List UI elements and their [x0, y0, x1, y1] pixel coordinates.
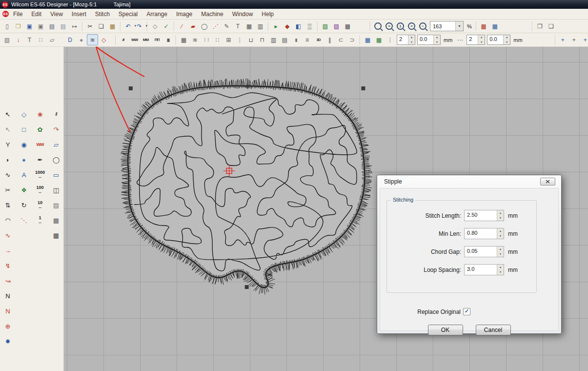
ellipse-shape-icon[interactable]: ◯ — [50, 154, 62, 165]
horizontal-lines-icon[interactable]: ▤ — [279, 34, 290, 45]
cancel-button[interactable]: Cancel — [476, 325, 511, 335]
insert-design-icon[interactable]: ◇ — [149, 21, 161, 32]
block-fill-icon[interactable]: ▦ — [50, 229, 62, 241]
select-tool-icon[interactable]: ↖ — [2, 108, 14, 120]
u-stitch-icon[interactable]: ⊔ — [245, 34, 257, 45]
travel-1-icon[interactable]: 1↔ — [34, 214, 46, 226]
menu-arrange[interactable]: Arrange — [142, 10, 172, 19]
rotate-tool-icon[interactable]: ↻ — [18, 199, 30, 211]
density-map-icon[interactable]: ▨ — [331, 21, 342, 32]
save-all-icon[interactable]: ▣ — [35, 21, 46, 32]
menu-special[interactable]: Special — [114, 10, 142, 19]
mirror-diag-icon[interactable]: ⋱ — [18, 214, 30, 226]
columns-icon[interactable]: ◫ — [50, 184, 62, 196]
export-machine-file-icon[interactable]: ↦ — [69, 21, 80, 32]
ok-button[interactable]: OK — [428, 325, 463, 335]
menu-stitch[interactable]: Stitch — [91, 10, 114, 19]
open-design-icon[interactable]: ❒ — [13, 21, 24, 32]
pattern-fill-icon[interactable]: ▩ — [50, 214, 62, 226]
menu-file[interactable]: File — [9, 10, 27, 19]
nudge-design-icon[interactable]: + — [580, 34, 588, 45]
vertical-lines-icon[interactable]: ▥ — [268, 34, 279, 45]
pin-needle-icon[interactable]: ↓ — [13, 34, 24, 45]
triple-bar-icon[interactable]: ||| — [290, 34, 302, 45]
thread-palette-icon[interactable]: ◆ — [282, 21, 293, 32]
arc-tool-icon[interactable]: ↷ — [50, 124, 62, 135]
closest-join-icon[interactable]: ◗ — [2, 154, 14, 165]
selection-handle[interactable] — [129, 86, 133, 90]
menu-insert[interactable]: Insert — [67, 10, 91, 19]
overview-window-icon[interactable]: ▧ — [320, 21, 331, 32]
scissors-icon[interactable]: ✂ — [2, 184, 14, 196]
zigzag-connector-icon[interactable]: ↯ — [2, 260, 14, 271]
undo-icon[interactable]: ↶▾ — [122, 21, 134, 32]
e-stitch-icon[interactable]: WW — [129, 34, 140, 45]
digitize-shape-icon[interactable]: □ — [18, 124, 30, 135]
menu-edit[interactable]: Edit — [27, 10, 46, 19]
template-icon[interactable]: T — [24, 34, 35, 45]
chevron-down-icon[interactable]: ▾ — [145, 24, 147, 28]
bar-fill-icon[interactable]: ⋮ — [234, 34, 245, 45]
travel-100-icon[interactable]: 100↔ — [34, 184, 46, 196]
design-properties-icon[interactable]: ❏ — [546, 21, 557, 32]
show-repeats-icon[interactable]: ▩ — [478, 21, 489, 32]
zigzag-mode-icon[interactable]: ∿ — [2, 169, 14, 181]
branch-tool-icon[interactable]: Y — [2, 139, 14, 150]
entry-exit-icon[interactable]: ⊕ — [2, 320, 14, 332]
density-ww-icon[interactable]: WW — [34, 139, 46, 150]
offset-grid-a-icon[interactable]: ▦ — [362, 34, 373, 45]
design-check-icon[interactable]: ✓ — [161, 21, 172, 32]
machine-functions-icon[interactable]: ▦ — [489, 21, 501, 32]
parallelogram-icon[interactable]: ▱ — [50, 139, 62, 150]
hatch-fill-icon[interactable]: ▨ — [50, 199, 62, 211]
run-stitch-icon[interactable]: ∕ — [176, 21, 187, 32]
offset-grid-b-icon[interactable]: ▦ — [373, 34, 385, 45]
spinner-buttons[interactable]: ▲▼ — [503, 35, 510, 44]
more-options-icon[interactable]: ⋯ — [454, 34, 466, 45]
zoom-1-1-icon[interactable] — [395, 21, 406, 32]
satin-stitch-icon[interactable]: ▰ — [187, 21, 199, 32]
n-stitch-icon[interactable]: ⊓ — [257, 34, 268, 45]
connector-n-icon[interactable]: N — [2, 290, 14, 302]
menu-machine[interactable]: Machine — [197, 10, 227, 19]
zoom-rect-icon[interactable] — [406, 21, 417, 32]
stitch-length-input[interactable]: 2.50▲▼ — [464, 210, 504, 221]
sphere-tool-icon[interactable]: ● — [18, 154, 30, 165]
flower-green-icon[interactable]: ✿ — [34, 124, 46, 135]
reshape-tool-icon[interactable]: ↖ — [2, 124, 14, 135]
ruler-toggle-icon[interactable]: ▥ — [255, 21, 266, 32]
pull-comp-field[interactable]: 2▲▼ — [466, 35, 485, 45]
blanket-stitch-icon[interactable]: ΠΠ — [151, 34, 162, 45]
spinner-buttons[interactable]: ▲▼ — [478, 35, 485, 44]
dot-fill-icon[interactable]: ⋮⋮ — [201, 34, 212, 45]
zoom-in-icon[interactable] — [384, 21, 395, 32]
underlay-spacing-field[interactable]: 0.0▲▼ — [417, 35, 441, 45]
flower-red-icon[interactable]: ❀ — [34, 108, 46, 120]
move-design-icon[interactable]: + — [557, 34, 568, 45]
dot-tool-icon[interactable]: ● — [76, 34, 87, 45]
tatami-fill-icon[interactable]: ▦ — [178, 34, 189, 45]
menu-help[interactable]: Help — [257, 10, 278, 19]
zoom-level-combo[interactable]: 163▾ — [430, 21, 464, 31]
sequin-dots-icon[interactable]: ∷ — [35, 34, 46, 45]
three-d-icon[interactable]: 3D — [313, 34, 324, 45]
connector-n-red-icon[interactable]: N — [2, 305, 14, 317]
shading-icon[interactable]: ▒ — [304, 21, 315, 32]
zigzag-stitch-icon[interactable]: MM — [140, 34, 151, 45]
travel-10-icon[interactable]: 10↔ — [34, 199, 46, 211]
globe-tool-icon[interactable]: ◉ — [18, 139, 30, 150]
ellipse-outline-icon[interactable]: ◯ — [199, 21, 210, 32]
slow-redraw-icon[interactable]: ▸ — [270, 21, 282, 32]
replace-original-checkbox[interactable] — [463, 308, 470, 315]
stitch-edit-icon[interactable]: ⇅ — [2, 199, 14, 211]
digitize-pencil-icon[interactable]: ✎ — [221, 21, 232, 32]
cut-icon[interactable]: ✂ — [84, 21, 96, 32]
spinner-buttons[interactable]: ▲▼ — [497, 228, 504, 239]
curve-left-icon[interactable]: ⊂ — [335, 34, 346, 45]
digitize-polygon-icon[interactable]: ◇ — [18, 108, 30, 120]
spinner-buttons[interactable]: ▲▼ — [497, 210, 504, 221]
center-design-icon[interactable]: + — [568, 34, 580, 45]
spinner-buttons[interactable]: ▲▼ — [408, 35, 415, 44]
lettering-tool-icon[interactable]: A — [18, 169, 30, 181]
chord-gap-input[interactable]: 0.05▲▼ — [464, 246, 504, 257]
